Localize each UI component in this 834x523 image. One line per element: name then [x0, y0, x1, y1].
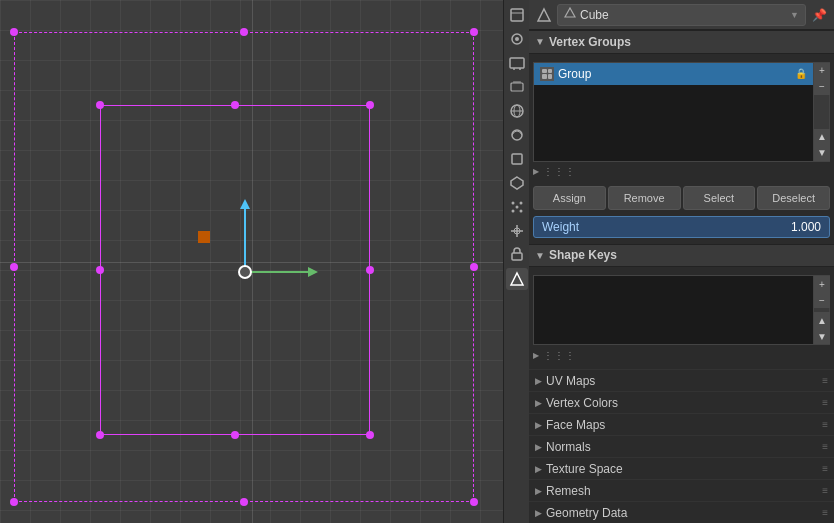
svg-rect-4 [510, 58, 524, 68]
handle-mid-left[interactable] [10, 263, 18, 271]
scene-icon[interactable] [506, 4, 528, 26]
vertex-mid-right[interactable] [366, 266, 374, 274]
remove-group-button[interactable]: − [814, 79, 830, 95]
face-maps-row[interactable]: ▶ Face Maps ≡ [529, 413, 834, 435]
data-icon[interactable] [506, 268, 528, 290]
vertex-group-list-area: Group 🔒 + − ▲ ▼ [533, 62, 830, 162]
handle-top-right[interactable] [470, 28, 478, 36]
normals-drag-icon: ≡ [822, 441, 828, 452]
svg-rect-20 [512, 253, 522, 260]
properties-panel: Cube ▼ 📌 ▼ Vertex Groups [529, 0, 834, 523]
modifier-icon[interactable] [506, 172, 528, 194]
vertex-colors-label: Vertex Colors [546, 396, 818, 410]
render-icon[interactable] [506, 28, 528, 50]
weight-field[interactable]: Weight 1.000 [533, 216, 830, 238]
assign-button[interactable]: Assign [533, 186, 606, 210]
uv-maps-arrow: ▶ [535, 376, 542, 386]
handle-bot-center[interactable] [240, 498, 248, 506]
vertex-top-center[interactable] [231, 101, 239, 109]
move-shape-down-button[interactable]: ▼ [814, 328, 830, 344]
viewport[interactable] [0, 0, 503, 523]
svg-point-16 [515, 206, 518, 209]
geometry-data-row[interactable]: ▶ Geometry Data ≡ [529, 501, 834, 523]
scene-props-icon[interactable] [506, 100, 528, 122]
handle-bot-right[interactable] [470, 498, 478, 506]
vertex-bot-right[interactable] [366, 431, 374, 439]
remove-shape-key-button[interactable]: − [814, 292, 830, 308]
group-name: Group [558, 67, 791, 81]
uv-maps-row[interactable]: ▶ UV Maps ≡ [529, 369, 834, 391]
handle-bot-left[interactable] [10, 498, 18, 506]
shape-keys-bottom-row: ▶ ⋮⋮⋮ [529, 345, 834, 365]
move-up-button[interactable]: ▲ [814, 129, 830, 145]
svg-rect-7 [511, 83, 523, 91]
origin-handle[interactable] [198, 231, 210, 243]
remove-button[interactable]: Remove [608, 186, 681, 210]
collapsible-sections: ▶ UV Maps ≡ ▶ Vertex Colors ≡ ▶ Face Map… [529, 369, 834, 523]
vertex-group-list[interactable]: Group 🔒 [533, 62, 814, 162]
vertex-groups-content: Group 🔒 + − ▲ ▼ ▶ ⋮⋮⋮ [529, 54, 834, 244]
lock-icon[interactable]: 🔒 [795, 68, 807, 79]
world-icon[interactable] [506, 124, 528, 146]
properties-toolbar [503, 0, 529, 523]
shape-keys-title: Shape Keys [549, 248, 617, 262]
vertex-groups-header[interactable]: ▼ Vertex Groups [529, 30, 834, 54]
select-button[interactable]: Select [683, 186, 756, 210]
object-name-dropdown[interactable]: Cube ▼ [557, 4, 806, 26]
svg-point-14 [511, 202, 514, 205]
move-shape-up-button[interactable]: ▲ [814, 312, 830, 328]
vertex-colors-row[interactable]: ▶ Vertex Colors ≡ [529, 391, 834, 413]
svg-marker-23 [565, 8, 575, 17]
physics-icon[interactable] [506, 220, 528, 242]
drag-dots: ⋮⋮⋮ [543, 166, 576, 177]
vertex-top-left[interactable] [96, 101, 104, 109]
handle-top-left[interactable] [10, 28, 18, 36]
normals-row[interactable]: ▶ Normals ≡ [529, 435, 834, 457]
geometry-data-label: Geometry Data [546, 506, 818, 520]
shape-keys-header[interactable]: ▼ Shape Keys [529, 244, 834, 268]
svg-point-15 [519, 202, 522, 205]
vertex-bot-center[interactable] [231, 431, 239, 439]
face-maps-arrow: ▶ [535, 420, 542, 430]
remesh-row[interactable]: ▶ Remesh ≡ [529, 479, 834, 501]
weight-label: Weight [542, 220, 579, 234]
action-buttons-row: Assign Remove Select Deselect [529, 182, 834, 214]
face-maps-drag-icon: ≡ [822, 419, 828, 430]
constraints-icon[interactable] [506, 244, 528, 266]
right-panel: Cube ▼ 📌 ▼ Vertex Groups [503, 0, 834, 523]
svg-point-17 [511, 210, 514, 213]
section-collapse-arrow: ▼ [535, 36, 545, 47]
particles-icon[interactable] [506, 196, 528, 218]
object-icon[interactable] [506, 148, 528, 170]
weight-row: Weight 1.000 [529, 214, 834, 240]
add-group-button[interactable]: + [814, 63, 830, 79]
face-maps-label: Face Maps [546, 418, 818, 432]
texture-space-label: Texture Space [546, 462, 818, 476]
remesh-arrow: ▶ [535, 486, 542, 496]
handle-mid-right[interactable] [470, 263, 478, 271]
expand-icon[interactable]: ▶ [533, 167, 539, 176]
group-list-item[interactable]: Group 🔒 [534, 63, 813, 85]
shape-keys-list-area: + − ▲ ▼ [533, 275, 830, 345]
move-down-button[interactable]: ▼ [814, 145, 830, 161]
weight-value: 1.000 [791, 220, 821, 234]
shape-keys-expand-icon[interactable]: ▶ [533, 351, 539, 360]
add-shape-key-button[interactable]: + [814, 276, 830, 292]
object-name: Cube [580, 8, 786, 22]
shape-keys-list[interactable] [533, 275, 814, 345]
vertex-groups-title: Vertex Groups [549, 35, 631, 49]
transform-center[interactable] [238, 265, 252, 279]
deselect-button[interactable]: Deselect [757, 186, 830, 210]
output-icon[interactable] [506, 52, 528, 74]
uv-maps-label: UV Maps [546, 374, 818, 388]
handle-top-center[interactable] [240, 28, 248, 36]
view-layer-icon[interactable] [506, 76, 528, 98]
vertex-mid-left[interactable] [96, 266, 104, 274]
vertex-top-right[interactable] [366, 101, 374, 109]
vertex-bot-left[interactable] [96, 431, 104, 439]
list-bottom-row: ▶ ⋮⋮⋮ [529, 162, 834, 182]
normals-arrow: ▶ [535, 442, 542, 452]
texture-space-row[interactable]: ▶ Texture Space ≡ [529, 457, 834, 479]
svg-rect-13 [512, 154, 522, 164]
pin-button[interactable]: 📌 [810, 6, 828, 24]
